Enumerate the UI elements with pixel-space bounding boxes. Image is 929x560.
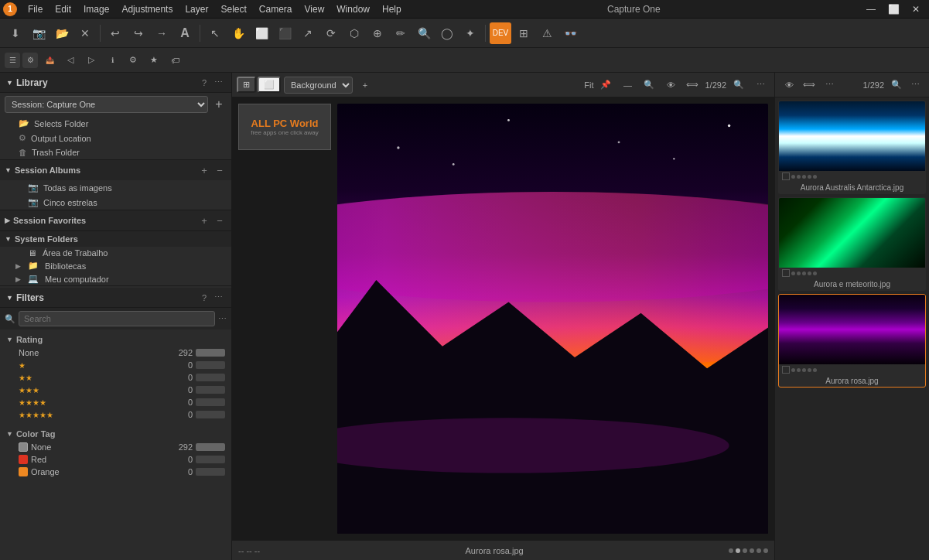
crop-tool[interactable]: ⟳ — [320, 22, 342, 44]
session-albums-add-button[interactable]: + — [197, 163, 211, 177]
session-favorites-remove-button[interactable]: − — [213, 213, 227, 227]
dot-3[interactable] — [750, 548, 754, 553]
picker-tool[interactable]: 🔍 — [413, 22, 435, 44]
session-favorites-header[interactable]: ▶ Session Favorites + − — [0, 210, 231, 230]
viewer-dropdown[interactable]: Background — [284, 77, 353, 94]
menu-window[interactable]: Window — [330, 2, 376, 16]
star-button[interactable]: ★ — [145, 51, 163, 70]
session-dropdown[interactable]: Session: Capture One — [5, 96, 208, 113]
view-adjust-button[interactable]: ⟺ — [683, 76, 702, 94]
thumb-item-0[interactable]: Aurora Australis Antarctica.jpg — [778, 101, 926, 194]
redo-button[interactable]: ↪ — [128, 22, 149, 44]
pan-tool[interactable]: ✋ — [227, 22, 249, 44]
lasso-tool[interactable]: ✦ — [459, 22, 481, 44]
open-button[interactable]: 📂 — [51, 22, 73, 44]
menu-adjustments[interactable]: Adjustments — [115, 2, 179, 16]
cinco-estrelas-item[interactable]: 📷 Cinco estrelas — [0, 195, 231, 210]
panel-left-toggle[interactable]: ☰ — [5, 53, 20, 68]
right-search-button[interactable]: 🔍 — [887, 76, 906, 94]
draw-tool[interactable]: ✏ — [390, 22, 412, 44]
settings-button[interactable]: ⚙ — [124, 51, 142, 70]
viewer-more-button[interactable]: ⋯ — [751, 76, 770, 94]
library-more-button[interactable]: ⋯ — [211, 76, 225, 90]
selects-folder-item[interactable]: 📂 Selects Folder — [0, 116, 231, 131]
transform-tool[interactable]: ↗ — [297, 22, 319, 44]
menu-camera[interactable]: Camera — [253, 2, 299, 16]
delete-button[interactable]: ✕ — [74, 22, 96, 44]
window-close[interactable]: ✕ — [906, 2, 926, 16]
viewer-add-button[interactable]: + — [356, 76, 374, 94]
system-folders-header[interactable]: ▼ System Folders — [0, 230, 231, 247]
search-input[interactable] — [19, 311, 215, 326]
develop-button[interactable]: DEV — [490, 22, 511, 44]
dot-2[interactable] — [743, 548, 747, 553]
select-poly-tool[interactable]: ⬛ — [274, 22, 295, 44]
thumb-item-1[interactable]: Aurora e meteorito.jpg — [778, 197, 926, 291]
todas-imagens-item[interactable]: 📷 Todas as imagens — [0, 180, 231, 195]
dot-0[interactable] — [729, 548, 733, 553]
trash-folder-item[interactable]: 🗑 Trash Folder — [0, 145, 231, 159]
menu-file[interactable]: File — [22, 2, 49, 16]
adjust-button[interactable]: ⟺ — [800, 76, 818, 94]
grid-button[interactable]: ⊞ — [513, 22, 535, 44]
glasses-button[interactable]: 👓 — [559, 22, 581, 44]
forward-button[interactable]: → — [151, 22, 172, 44]
session-albums-remove-button[interactable]: − — [213, 163, 227, 177]
window-restore[interactable]: ⬜ — [882, 2, 906, 16]
output-button[interactable]: 📤 — [40, 51, 59, 70]
menu-edit[interactable]: Edit — [49, 2, 77, 16]
tab-grid[interactable]: ⊞ — [237, 77, 256, 93]
thumb-checkbox-2[interactable] — [782, 366, 790, 374]
import-button[interactable]: ⬇ — [5, 22, 26, 44]
meu-computador-item[interactable]: ▶ 💻 Meu computador — [0, 272, 231, 285]
mask-tool[interactable]: ◯ — [436, 22, 458, 44]
dot-4[interactable] — [757, 548, 761, 553]
bibliotecas-item[interactable]: ▶ 📁 Bibliotecas — [0, 259, 231, 272]
undo-button[interactable]: ↩ — [104, 22, 126, 44]
thumb-checkbox-1[interactable] — [782, 269, 790, 277]
warning-button[interactable]: ⚠ — [536, 22, 558, 44]
ad-banner[interactable]: ALL PC World free apps one click away — [238, 104, 331, 150]
output-location-item[interactable]: ⚙ Output Location — [0, 131, 231, 145]
next-image[interactable]: ▷ — [82, 51, 101, 70]
pin-button[interactable]: 📌 — [596, 76, 615, 94]
cursor-tool[interactable]: ↖ — [204, 22, 226, 44]
session-add-button[interactable]: + — [211, 97, 227, 112]
menu-image[interactable]: Image — [77, 2, 115, 16]
heal-tool[interactable]: ⬡ — [343, 22, 365, 44]
window-minimize[interactable]: — — [860, 2, 882, 16]
session-favorites-add-button[interactable]: + — [197, 213, 211, 227]
prev-image[interactable]: ◁ — [61, 51, 80, 70]
filters-help-button[interactable]: ? — [197, 291, 211, 305]
right-more-button[interactable]: ⋯ — [820, 76, 838, 94]
select-rect-tool[interactable]: ⬜ — [251, 22, 272, 44]
session-albums-header[interactable]: ▼ Session Albums + − — [0, 159, 231, 180]
color-tag-header[interactable]: ▼ Color Tag — [0, 427, 231, 441]
text-button[interactable]: A — [174, 22, 196, 44]
thumb-checkbox-0[interactable] — [782, 172, 790, 180]
compare-button[interactable]: 👁 — [661, 76, 680, 94]
eye-button[interactable]: 👁 — [780, 76, 798, 94]
dot-1[interactable] — [736, 548, 740, 553]
right-extra-button[interactable]: ⋯ — [906, 76, 924, 94]
filters-more-button[interactable]: ⋯ — [211, 291, 225, 305]
thumb-item-2[interactable]: Aurora rosa.jpg — [778, 294, 926, 388]
rating-header[interactable]: ▼ Rating — [0, 333, 231, 347]
badge-button[interactable]: 🏷 — [166, 51, 184, 70]
viewer-search-button[interactable]: 🔍 — [729, 76, 748, 94]
viewer-zoom-button[interactable]: 🔍 — [640, 76, 658, 94]
search-options-button[interactable]: ⋯ — [218, 314, 227, 324]
tab-single[interactable]: ⬜ — [258, 77, 281, 93]
capture-button[interactable]: 📷 — [28, 22, 50, 44]
library-help-button[interactable]: ? — [197, 76, 211, 90]
area-trabalho-item[interactable]: 🖥 Área de Trabalho — [0, 247, 231, 259]
menu-select[interactable]: Select — [214, 2, 252, 16]
menu-layer[interactable]: Layer — [179, 2, 214, 16]
panel-right-toggle[interactable]: ⚙ — [22, 53, 38, 68]
menu-help[interactable]: Help — [376, 2, 408, 16]
info-button[interactable]: ℹ — [103, 51, 121, 70]
clone-tool[interactable]: ⊕ — [367, 22, 388, 44]
dot-5[interactable] — [763, 548, 768, 553]
menu-view[interactable]: View — [299, 2, 331, 16]
bar-button[interactable]: — — [618, 76, 637, 94]
